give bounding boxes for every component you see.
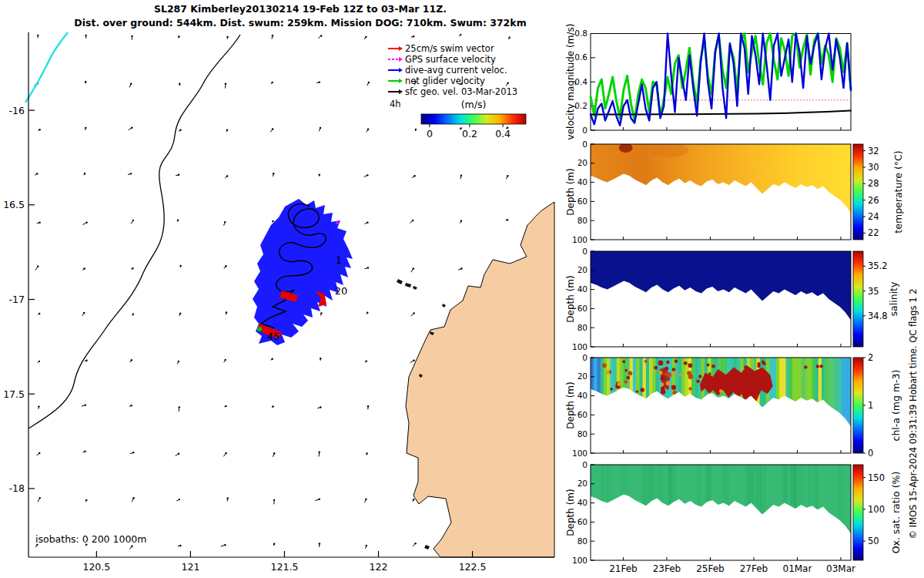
- salinity-cbar-tick-label: 35: [868, 286, 879, 297]
- warm-patch: [648, 143, 688, 157]
- oxsat-texture-strip: [839, 465, 843, 560]
- oxsat-texture-strip: [644, 465, 648, 560]
- chl-dot: [661, 389, 665, 394]
- chl-speckle-strip: [672, 358, 676, 453]
- vector-tail: [270, 129, 273, 133]
- chl-speckle-strip: [698, 358, 701, 453]
- chl-speckle-strip: [786, 358, 790, 453]
- vector-tail: [366, 313, 367, 314]
- vector-tail: [82, 223, 86, 225]
- chl-dot: [706, 363, 709, 366]
- chl-speckle-strip: [639, 358, 643, 453]
- chl-speckle-strip: [646, 358, 650, 453]
- island: [442, 304, 446, 307]
- time-axis-label: 27Feb: [740, 563, 768, 574]
- vector-tail: [413, 543, 416, 546]
- velocity-ylabel: velocity magnitude (m/s): [565, 24, 576, 140]
- salinity-cbar-tick-label: 34.8: [868, 311, 888, 321]
- chl-speckle-strip: [779, 358, 783, 453]
- imos-watermark: © IMOS 15-Apr-2024 09:31:39 Hobart time.…: [908, 288, 919, 539]
- legend-arrow-icon: [385, 88, 405, 96]
- chl-dot: [636, 390, 639, 393]
- vector-tail: [129, 84, 131, 88]
- chl-speckle-strip: [643, 358, 647, 453]
- time-axis-label: 01Mar: [783, 563, 812, 574]
- chl-y-tick-label: 20: [578, 371, 588, 381]
- vector-tail: [38, 498, 40, 502]
- chl-dot: [708, 372, 711, 375]
- legend-colorbar-tick-label: 0.2: [462, 128, 477, 139]
- gps-velocity-dot: [336, 221, 339, 224]
- map-x-tick-label: 120.5: [82, 561, 110, 573]
- legend-item: GPS surface velocity: [385, 54, 517, 65]
- salinity-colorbar: [853, 251, 863, 347]
- chl-dot: [654, 366, 658, 370]
- chl-dot: [804, 365, 807, 368]
- chl-dot: [622, 360, 625, 363]
- oxsat-texture-strip: [658, 465, 664, 560]
- chl-speckle-strip: [711, 358, 715, 453]
- chl-speckle-strip: [812, 358, 815, 453]
- chl-dot: [744, 365, 747, 368]
- chl-speckle-strip: [652, 358, 656, 453]
- temperature-depth-label: Depth (m): [565, 168, 576, 215]
- legend-colorbar: [421, 114, 526, 124]
- chl-speckle-strip: [678, 358, 682, 453]
- salinity-y-tick-label: 20: [578, 265, 588, 274]
- legend-arrow-head: [399, 57, 403, 62]
- vector-tail: [508, 38, 509, 39]
- chl-speckle-strip: [838, 358, 842, 453]
- oxsat-y-tick-label: 100: [572, 556, 588, 565]
- vector-tail: [180, 266, 181, 267]
- chl-field: [591, 358, 852, 453]
- oxsat-texture-strip: [621, 465, 628, 560]
- temperature-y-tick-label: 20: [578, 158, 588, 167]
- temperature-y-tick-label: 0: [582, 139, 588, 149]
- chl-speckle-strip: [825, 358, 829, 453]
- oxsat-texture-strip: [698, 465, 701, 560]
- map-legend: 25cm/s swim vectorGPS surface velocitydi…: [385, 43, 517, 97]
- velocity-y-tick-label: 0.4: [574, 77, 588, 86]
- oxsat-texture-strip: [813, 465, 817, 560]
- oxsat-texture-strip: [723, 465, 729, 560]
- chl-y-tick-label: 40: [578, 391, 588, 400]
- legend-item-label: dive-avg current veloc.: [405, 65, 507, 76]
- chl-dot: [688, 387, 691, 390]
- legend-arrow-head: [399, 68, 403, 72]
- oxsat-texture-strip: [748, 465, 753, 560]
- time-axis-label: 23Feb: [653, 563, 681, 574]
- chl-speckle-strip: [808, 358, 812, 453]
- vector-tail: [224, 266, 226, 268]
- legend-colorbar-tick-label: 0: [427, 128, 433, 139]
- salinity-depth-label: Depth (m): [565, 275, 576, 322]
- chl-dot: [675, 359, 678, 363]
- chl-speckle-strip: [623, 358, 627, 453]
- chl-speckle-strip: [601, 358, 604, 453]
- vector-tail: [129, 128, 132, 130]
- temperature-y-tick-label: 40: [578, 177, 588, 187]
- chl-dot: [624, 369, 628, 372]
- chl-speckle-strip: [691, 358, 695, 453]
- oxsat-depth-label: Depth (m): [565, 489, 576, 536]
- chl-dot: [687, 371, 691, 375]
- chl-speckle-strip: [805, 358, 809, 453]
- chl-dot: [658, 371, 662, 375]
- chl-speckle-strip: [845, 358, 849, 453]
- vector-tail: [412, 176, 415, 178]
- map-y-tick-label: 17.5: [3, 388, 25, 400]
- vector-tail: [365, 361, 367, 363]
- salinity-y-tick-label: 0: [582, 247, 588, 256]
- chl-dot: [673, 391, 678, 395]
- time-axis-label: 03Mar: [826, 563, 855, 574]
- chl-dot: [660, 376, 665, 381]
- chl-dot: [610, 388, 613, 391]
- vector-tail: [179, 130, 180, 132]
- chl-speckle-strip: [594, 358, 598, 453]
- net-velocity-dot: [257, 327, 262, 331]
- vector-tail: [176, 454, 179, 456]
- chl-speckle-strip: [841, 358, 845, 453]
- chl-dot: [661, 383, 665, 387]
- chl-speckle-strip: [617, 358, 621, 453]
- oxsat-cbar-label: Ox. sat. ratio (%): [890, 472, 902, 554]
- legend-arrow-icon: [385, 77, 405, 85]
